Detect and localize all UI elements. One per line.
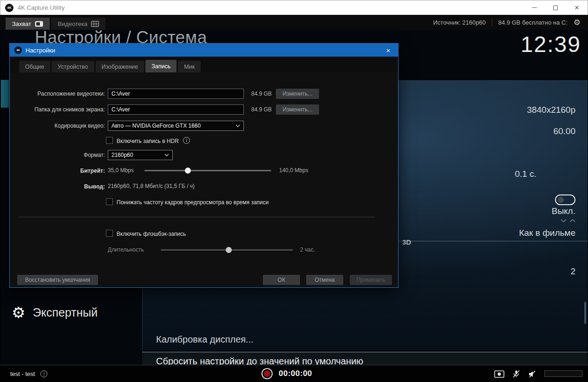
dialog-tabs: Общие Устройство Изображение Запись Мик [10, 57, 398, 72]
window-titlebar: 4K 4K Capture Utility × [0, 0, 588, 15]
tab-library-label: Видеотека [58, 20, 87, 27]
preview-3d-mode-value: Выкл. [552, 206, 575, 216]
bitrate-slider[interactable] [144, 170, 271, 171]
preview-content-edge [142, 288, 143, 350]
chevron-up-icon [569, 218, 575, 223]
recording-timer: 00:00:00 [279, 369, 312, 378]
disk-free-status: 84.9 GB бесплатно на C: [498, 19, 568, 26]
monitor-icon [35, 21, 43, 27]
preview-stereo-value: Как в фильме [519, 228, 575, 238]
dialog-title: Настройки [26, 47, 55, 54]
flashback-checkbox[interactable] [106, 230, 113, 237]
status-bar: test - test i 00:00:00 [0, 365, 588, 382]
preview-scrollbar [584, 302, 586, 324]
hdr-checkbox-label: Включить запись в HDR [117, 138, 179, 144]
chevron-down-icon [164, 154, 169, 157]
preview-3d-section: 3D [402, 238, 411, 246]
preview-refresh-value: 60.00 [553, 126, 575, 136]
library-location-input[interactable] [108, 89, 244, 99]
screenshot-change-button[interactable]: Изменить... [276, 104, 319, 115]
chevron-down-icon [235, 124, 240, 128]
restore-defaults-button[interactable]: Восстановить умолчания [17, 275, 98, 285]
expert-gear-icon: ⚙ [12, 304, 26, 322]
bitrate-current-text: 35,0 Mbps [108, 167, 134, 174]
dialog-logo-icon: 4K [14, 46, 22, 54]
cancel-button[interactable]: Отмена [306, 275, 343, 285]
duration-label: Длительность [108, 246, 144, 253]
preview-reset-label: Сбросить настройки до значений по умолча… [156, 356, 363, 365]
output-label: Вывод: [10, 181, 105, 192]
hdr-checkbox[interactable] [106, 137, 113, 144]
duration-value: 2 час. [300, 246, 315, 253]
close-button[interactable]: × [566, 0, 588, 15]
window-title: 4K Capture Utility [18, 4, 65, 11]
tab-capture[interactable]: Захват [6, 18, 50, 30]
apply-button: Применить [350, 275, 392, 285]
settings-gear-icon[interactable]: ⚙ [574, 18, 581, 27]
mic-muted-icon[interactable] [512, 369, 521, 378]
tab-mic[interactable]: Мик [178, 61, 201, 72]
toggle-knob [558, 197, 564, 203]
app-toolbar: Захват Видеотека Источник: 2160p60 84.9 … [0, 15, 588, 30]
library-change-button[interactable]: Изменить... [276, 89, 319, 99]
tab-library[interactable]: Видеотека [51, 18, 105, 30]
tab-image[interactable]: Изображение [96, 61, 144, 72]
format-value: 2160p60 [111, 152, 133, 158]
bitrate-max-text: 140,0 Mbps [279, 167, 308, 174]
preview-expert-level: ⚙ Экспертный [12, 304, 98, 322]
tab-general[interactable]: Общие [19, 61, 50, 72]
source-status: Источник: 2160p60 [433, 19, 486, 26]
maximize-button[interactable] [545, 0, 566, 15]
settings-dialog: 4K Настройки × Общие Устройство Изображе… [9, 43, 399, 288]
dialog-titlebar[interactable]: 4K Настройки × [10, 44, 398, 57]
maximize-icon [553, 6, 558, 10]
minimize-button[interactable] [523, 0, 545, 15]
screenshot-folder-label: Папка для снимков экрана: [10, 104, 105, 115]
screenshot-size-text: 84.9 GB [251, 104, 272, 115]
bitrate-label: Битрейт: [10, 166, 105, 176]
preview-clock: 12:39 [521, 32, 581, 57]
session-label: test - test [10, 370, 35, 377]
preview-item-reset-focused: Сбросить настройки до значений по умолча… [142, 352, 588, 365]
bitrate-slider-thumb[interactable] [185, 168, 191, 174]
screenshot-folder-input[interactable] [108, 104, 244, 115]
reduce-fps-checkbox[interactable] [106, 198, 113, 205]
screenshot-camera-icon[interactable] [494, 370, 504, 378]
format-dropdown[interactable]: 2160p60 [108, 150, 173, 160]
library-location-label: Расположение видеотеки: [10, 89, 105, 99]
library-size-text: 84.9 GB [251, 89, 272, 99]
output-value: 2160p60, 71,8 Мбит/с (31,5 ГБ / ч) [108, 183, 195, 189]
encoder-value: Авто — NVIDIA GeForce GTX 1660 [111, 123, 201, 129]
preview-toggle-off [555, 194, 575, 205]
dialog-close-icon[interactable]: × [383, 46, 393, 54]
record-icon [264, 370, 270, 377]
duration-slider-thumb[interactable] [226, 247, 232, 253]
expert-level-label: Экспертный [33, 306, 98, 319]
reduce-fps-label: Понижать частоту кадров предпросмотра во… [117, 199, 268, 206]
grid-icon [91, 21, 99, 27]
encoder-label: Кодировщик видео: [10, 121, 105, 131]
preview-delay-value: 0.1 с. [515, 169, 536, 179]
preview-spinner [561, 218, 575, 223]
app-logo-icon: 4K [5, 4, 13, 12]
volume-bar[interactable] [544, 370, 582, 377]
preview-resolution-value: 3840x2160p [527, 105, 575, 115]
close-icon: × [575, 4, 579, 12]
hdr-info-icon[interactable]: i [183, 137, 190, 144]
minimize-icon [532, 7, 537, 8]
duration-slider[interactable] [161, 249, 293, 251]
preview-category-accent [1, 80, 9, 108]
toolbar-separator [492, 19, 492, 26]
encoder-dropdown[interactable]: Авто — NVIDIA GeForce GTX 1660 [108, 121, 244, 131]
flashback-label: Включить флэшбэк-запись [117, 231, 186, 237]
preview-screen-count: 2 [570, 266, 575, 277]
speaker-muted-icon[interactable] [528, 370, 536, 378]
dialog-divider [19, 217, 375, 217]
record-button[interactable] [261, 368, 273, 379]
tab-device[interactable]: Устройство [52, 61, 94, 72]
session-info-icon[interactable]: i [40, 370, 47, 377]
ok-button[interactable]: ОК [263, 275, 300, 285]
tab-capture-label: Захват [12, 20, 31, 27]
format-label: Формат: [10, 150, 105, 160]
tab-recording[interactable]: Запись [145, 60, 176, 72]
